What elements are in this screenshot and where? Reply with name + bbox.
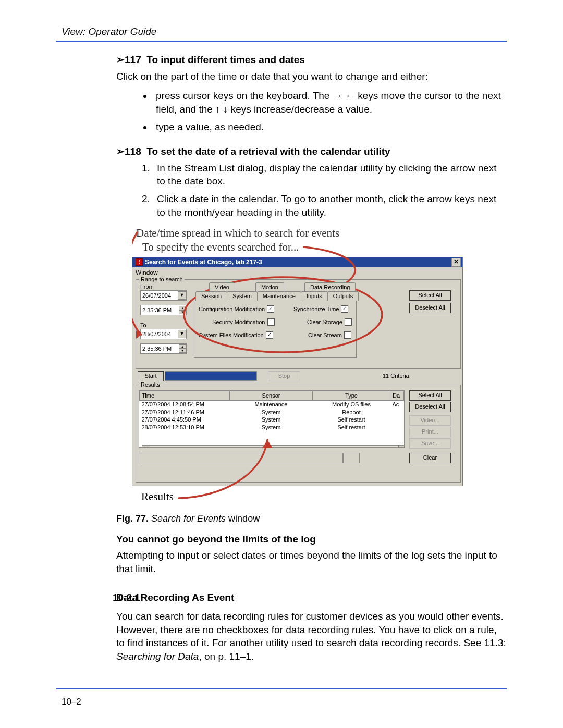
step: In the Stream List dialog, display the c…: [153, 162, 507, 188]
tab-maintenance[interactable]: Maintenance: [257, 291, 301, 301]
spinner-up-icon[interactable]: ▲: [179, 344, 186, 349]
bullet: type a value, as needed.: [153, 120, 507, 134]
table-row[interactable]: 27/07/2004 4:45:50 PM System Self restar…: [140, 416, 404, 424]
limits-body: Attempting to input or select dates or t…: [116, 549, 507, 575]
tab-data-recording[interactable]: Data Recording: [304, 282, 356, 292]
stop-button[interactable]: Stop: [268, 371, 300, 381]
results-deselect-all[interactable]: Deselect All: [409, 402, 451, 412]
results-select-all[interactable]: Select All: [409, 390, 451, 401]
from-time-box[interactable]: 2:35:36 PM ▲▼: [140, 305, 187, 315]
page: View: Operator Guide ➢117 To input diffe…: [0, 0, 563, 728]
dropdown-icon[interactable]: ▼: [178, 291, 186, 300]
close-button[interactable]: ✕: [451, 258, 461, 267]
limits-heading: You cannot go beyond the limits of the l…: [116, 533, 507, 546]
from-label: From: [140, 283, 154, 291]
titlebar: ! Search for Events at Chicago, lab 217-…: [132, 257, 462, 267]
table-row[interactable]: 27/07/2004 12:08:54 PM Maintenance Modif…: [140, 400, 404, 408]
col-sensor[interactable]: Sensor: [230, 391, 313, 400]
col-time[interactable]: Time: [140, 391, 230, 400]
results-legend: Results: [139, 381, 162, 389]
content: ➢117 To input different times and dates …: [56, 53, 507, 663]
progress-bar: [165, 371, 257, 381]
section-number: 10.2.1: [113, 591, 154, 604]
checkbox[interactable]: [267, 318, 275, 326]
page-header: View: Operator Guide: [56, 26, 507, 38]
spinner-up-icon[interactable]: ▲: [179, 306, 186, 310]
fig-annotation-top2: To specify the events searched for...: [142, 240, 466, 254]
sec-117-bullets: press cursor keys on the keyboard. The →…: [116, 89, 507, 133]
results-clear[interactable]: Clear: [409, 453, 451, 463]
header-rule: [56, 41, 507, 42]
tab-system[interactable]: System: [227, 291, 258, 301]
results-video[interactable]: Video...: [409, 415, 451, 426]
step: Click a date in the calendar. To go to a…: [153, 192, 507, 219]
select-all-button[interactable]: Select All: [409, 290, 451, 301]
col-type[interactable]: Type: [313, 391, 390, 400]
sec-117-intro: Click on the part of the time or date th…: [116, 70, 507, 83]
tab-session[interactable]: Session: [195, 291, 227, 301]
results-table[interactable]: Time Sensor Type Da 27/07/2004 12:08:54 …: [139, 390, 405, 448]
tab-video[interactable]: Video: [209, 282, 235, 292]
fig-annotation-top1: Date/time spread in which to search for …: [136, 226, 466, 240]
range-legend: Range to search: [139, 276, 185, 283]
section-10-2-1-body: You can search for data recording rules …: [116, 610, 507, 663]
deselect-all-button[interactable]: Deselect All: [409, 303, 451, 313]
spinner-down-icon[interactable]: ▼: [179, 310, 186, 314]
checkbox[interactable]: ✓: [267, 305, 274, 313]
sec-117-heading: ➢117 To input different times and dates: [116, 53, 507, 67]
scroll-right-icon[interactable]: ►: [398, 445, 405, 448]
check-label: Clear Storage: [307, 318, 342, 326]
page-number: 10–2: [56, 697, 507, 707]
dropdown-icon[interactable]: ▼: [178, 330, 186, 338]
status-bar: [139, 453, 402, 479]
scroll-left-icon[interactable]: ◄: [142, 445, 150, 448]
tab-inputs[interactable]: Inputs: [301, 291, 328, 301]
sec-118-heading: ➢118 To set the date of a retrieval with…: [116, 145, 507, 158]
check-label: Security Modification: [212, 318, 265, 326]
section-10-2-1-heading: 10.2.1 Data Recording As Event: [116, 591, 507, 604]
table-row[interactable]: 28/07/2004 12:53:10 PM System Self resta…: [140, 424, 404, 431]
check-label: System Files Modification: [199, 331, 264, 339]
tab-panel: Configuration Modification ✓ Security Mo…: [194, 300, 357, 358]
col-data[interactable]: Da: [390, 391, 404, 400]
checkbox[interactable]: ✓: [341, 305, 348, 313]
tab-motion[interactable]: Motion: [255, 282, 284, 292]
to-date-box[interactable]: 28/07/2004▼: [140, 329, 187, 339]
results-save[interactable]: Save...: [409, 438, 451, 449]
figure-77: Date/time spread in which to search for …: [132, 226, 466, 504]
to-time-box[interactable]: 2:35:36 PM ▲▼: [140, 343, 187, 354]
bullet: press cursor keys on the keyboard. The →…: [153, 89, 507, 116]
sec-118-steps: In the Stream List dialog, display the c…: [116, 162, 507, 219]
footer-rule: [56, 688, 507, 689]
dialog-window: ! Search for Events at Chicago, lab 217-…: [132, 257, 463, 486]
figure-caption: Fig. 77. Search for Events window: [116, 512, 507, 525]
check-label: Clear Stream: [308, 331, 342, 339]
range-group: Range to search From 26/07/2004▼ 2:35:36…: [136, 279, 461, 369]
check-label: Configuration Modification: [199, 305, 265, 313]
from-date-box[interactable]: 26/07/2004▼: [140, 290, 187, 301]
to-label: To: [140, 322, 146, 329]
results-group: Results Time Sensor Type Da 27/07/2004 1…: [136, 385, 461, 483]
checkbox[interactable]: [345, 318, 352, 326]
app-icon: !: [136, 258, 143, 266]
start-button[interactable]: Start: [138, 371, 164, 381]
window-title: Search for Events at Chicago, lab 217-3: [145, 258, 262, 266]
horizontal-scrollbar[interactable]: ◄ ►: [142, 445, 405, 448]
fig-annotation-results: Results: [141, 489, 466, 504]
checkbox[interactable]: [344, 331, 351, 339]
table-row[interactable]: 27/07/2004 12:11:46 PM System Reboot: [140, 409, 404, 416]
checkbox[interactable]: ✓: [266, 331, 273, 339]
criteria-count: 11 Criteria: [383, 372, 409, 380]
check-label: Synchronize Time: [293, 305, 339, 313]
tab-outputs[interactable]: Outputs: [327, 291, 359, 301]
results-print[interactable]: Print...: [409, 427, 451, 437]
spinner-down-icon[interactable]: ▼: [179, 349, 186, 353]
